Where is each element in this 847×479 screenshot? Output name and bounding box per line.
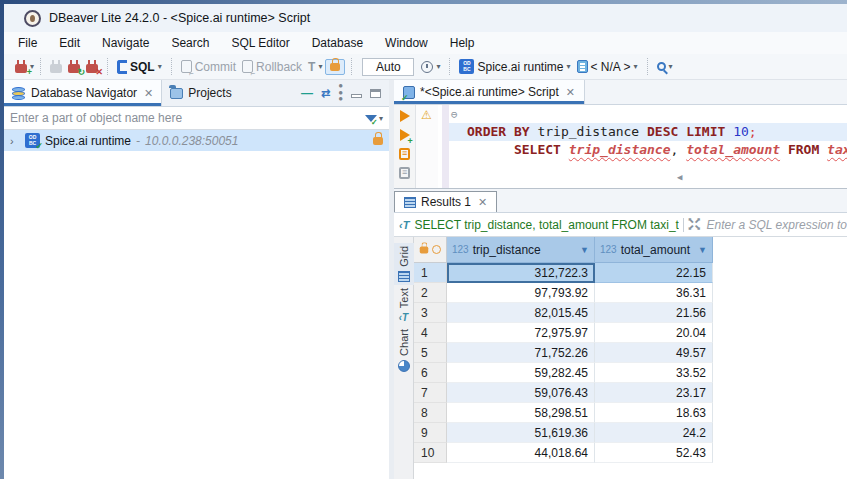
expand-chevron-icon[interactable]: ›	[10, 135, 20, 147]
disconnect-button[interactable]: ✕	[83, 59, 101, 75]
menu-help[interactable]: Help	[450, 36, 475, 50]
execute-statement-icon[interactable]	[400, 110, 410, 122]
filter-funnel-icon[interactable]	[365, 115, 377, 122]
cell-total-amount[interactable]: 18.63	[595, 403, 713, 423]
cell-total-amount[interactable]: 52.43	[595, 443, 713, 463]
connection-caret[interactable]: ▾	[567, 62, 571, 71]
cell-total-amount[interactable]: 24.2	[595, 423, 713, 443]
menu-window[interactable]: Window	[385, 36, 428, 50]
row-number[interactable]: 6	[414, 363, 447, 383]
projects-icon	[170, 88, 183, 99]
timeout-caret[interactable]: ▾	[436, 62, 440, 71]
presentation-tab-grid[interactable]: Grid	[394, 243, 414, 285]
column-header-trip-distance[interactable]: 123 trip_distance ▼	[447, 237, 595, 263]
search-button[interactable]: ▾	[654, 60, 676, 73]
column-header-total-amount[interactable]: 123 total_amount ▼	[595, 237, 713, 263]
execute-new-tab-icon[interactable]: +	[400, 129, 410, 141]
presentation-tab-chart[interactable]: Chart	[394, 326, 414, 375]
collapse-icon[interactable]: ⊖	[451, 106, 458, 124]
table-row: 6 59,282.45 33.52	[414, 363, 847, 383]
transaction-timeout-button[interactable]: ▾	[418, 59, 443, 75]
cell-total-amount[interactable]: 33.52	[595, 363, 713, 383]
row-number[interactable]: 7	[414, 383, 447, 403]
active-connection-selector[interactable]: ODBC Spice.ai runtime ▾	[456, 57, 573, 76]
collapse-all-icon[interactable]: —	[301, 86, 313, 100]
cell-total-amount[interactable]: 22.15	[595, 263, 713, 283]
link-editor-icon[interactable]: ⇄	[321, 87, 330, 100]
cell-total-amount[interactable]: 36.31	[595, 283, 713, 303]
row-number[interactable]: 2	[414, 283, 447, 303]
presentation-tab-text[interactable]: Text ‹T	[394, 285, 414, 326]
plug-disconnect-icon: ✕	[86, 64, 98, 73]
search-caret[interactable]: ▾	[669, 62, 673, 71]
menu-search[interactable]: Search	[171, 36, 209, 50]
expand-panel-icon[interactable]: ⬉⬈⬋⬊	[687, 218, 700, 232]
commit-button[interactable]: Commit	[178, 58, 239, 76]
cell-trip-distance[interactable]: 312,722.3	[447, 263, 595, 283]
menu-file[interactable]: File	[18, 36, 37, 50]
sort-icon[interactable]: ▼	[698, 245, 707, 255]
row-number[interactable]: 1	[414, 263, 447, 283]
sql-line-1[interactable]: ⊖ SELECT trip_distance, total_amount FRO…	[449, 105, 847, 123]
table-corner-cell[interactable]	[414, 237, 447, 263]
connect-button[interactable]	[47, 59, 65, 75]
cell-total-amount[interactable]: 49.57	[595, 343, 713, 363]
sql-expression-placeholder[interactable]: Enter a SQL expression to	[706, 218, 847, 232]
cell-total-amount[interactable]: 23.17	[595, 383, 713, 403]
tab-results-1[interactable]: Results 1 ✕	[394, 191, 497, 212]
reconnect-button[interactable]: ↻	[65, 59, 83, 75]
connection-lock-toggle[interactable]	[325, 59, 345, 75]
menu-database[interactable]: Database	[312, 36, 363, 50]
menu-sql-editor[interactable]: SQL Editor	[231, 36, 289, 50]
active-database-selector[interactable]: < N/A > ▾	[574, 58, 641, 76]
cell-trip-distance[interactable]: 97,793.92	[447, 283, 595, 303]
new-connection-button[interactable]: +	[12, 59, 30, 75]
commit-mode-combo[interactable]: Auto	[362, 58, 414, 76]
row-number[interactable]: 5	[414, 343, 447, 363]
execute-script-icon[interactable]	[399, 148, 410, 160]
cell-trip-distance[interactable]: 59,076.43	[447, 383, 595, 403]
row-number[interactable]: 8	[414, 403, 447, 423]
cell-trip-distance[interactable]: 58,298.51	[447, 403, 595, 423]
rollback-button[interactable]: Rollback	[239, 58, 305, 76]
row-number[interactable]: 10	[414, 443, 447, 463]
close-icon[interactable]: ✕	[478, 196, 487, 209]
sql-line-2[interactable]: ORDER BY trip_distance DESC LIMIT 10;	[449, 123, 847, 141]
row-number[interactable]: 4	[414, 323, 447, 343]
sql-editor[interactable]: + ⚠ ⊖ SELECT trip_distance, total_amount…	[394, 105, 847, 188]
minimize-icon[interactable]	[351, 94, 362, 98]
cell-total-amount[interactable]: 21.56	[595, 303, 713, 323]
cell-total-amount[interactable]: 20.04	[595, 323, 713, 343]
sql-editor-button[interactable]: SQL ▾	[114, 58, 165, 76]
cell-trip-distance[interactable]: 72,975.97	[447, 323, 595, 343]
transaction-caret[interactable]: ▾	[318, 62, 322, 71]
explain-plan-icon[interactable]	[399, 167, 410, 179]
cell-trip-distance[interactable]: 82,015.45	[447, 303, 595, 323]
cell-trip-distance[interactable]: 59,282.45	[447, 363, 595, 383]
filter-caret[interactable]: ▾	[379, 114, 383, 123]
cell-trip-distance[interactable]: 44,018.64	[447, 443, 595, 463]
transaction-log-button[interactable]: T ▾	[305, 58, 325, 76]
close-icon[interactable]: ✕	[566, 86, 575, 99]
tab-sql-script[interactable]: *<Spice.ai runtime> Script ✕	[394, 80, 585, 104]
menu-navigate[interactable]: Navigate	[102, 36, 149, 50]
cell-trip-distance[interactable]: 51,619.36	[447, 423, 595, 443]
scroll-left-icon[interactable]: ◀	[677, 168, 682, 186]
code-area[interactable]: ⊖ SELECT trip_distance, total_amount FRO…	[449, 105, 847, 188]
database-caret[interactable]: ▾	[634, 62, 638, 71]
tab-database-navigator[interactable]: Database Navigator ✕	[4, 80, 162, 106]
menu-edit[interactable]: Edit	[59, 36, 80, 50]
sort-icon[interactable]: ▼	[580, 245, 589, 255]
row-number[interactable]: 9	[414, 423, 447, 443]
sql-editor-caret[interactable]: ▾	[158, 62, 162, 71]
tab-projects[interactable]: Projects	[162, 80, 239, 106]
maximize-icon[interactable]	[370, 89, 381, 98]
toolbar-separator	[351, 58, 352, 75]
cell-trip-distance[interactable]: 71,752.26	[447, 343, 595, 363]
tree-item-connection[interactable]: › ODBC✓ Spice.ai runtime - 10.0.0.238:50…	[4, 130, 389, 151]
row-number[interactable]: 3	[414, 303, 447, 323]
view-menu-icon[interactable]: ●●●	[338, 83, 343, 102]
object-filter-input[interactable]: Enter a part of object name here ▾	[4, 107, 389, 130]
grid-tab-label: Grid	[398, 246, 410, 267]
close-icon[interactable]: ✕	[144, 87, 153, 100]
